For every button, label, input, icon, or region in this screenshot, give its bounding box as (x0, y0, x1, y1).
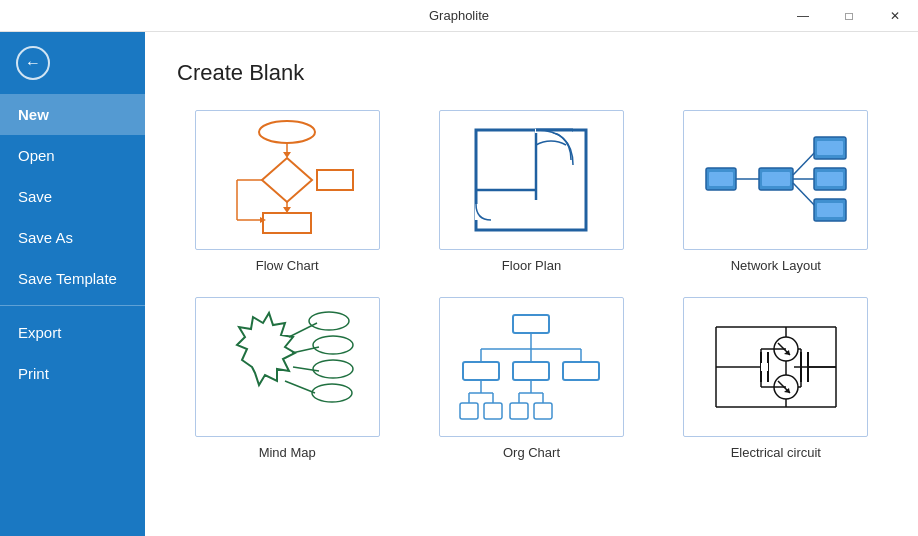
sidebar: ← New Open Save Save As Save Template Ex… (0, 32, 145, 536)
svg-rect-12 (476, 130, 586, 230)
svg-point-0 (259, 121, 315, 143)
svg-rect-50 (513, 362, 549, 380)
diagram-label-flow-chart: Flow Chart (256, 258, 319, 273)
svg-rect-24 (762, 172, 790, 186)
sidebar-item-export[interactable]: Export (0, 312, 145, 353)
svg-marker-3 (262, 158, 312, 202)
diagram-card-electrical-circuit[interactable]: Electrical circuit (666, 297, 886, 460)
diagram-preview-network-layout[interactable] (683, 110, 868, 250)
sidebar-item-save-as[interactable]: Save As (0, 217, 145, 258)
window-controls: — □ ✕ (780, 0, 918, 32)
svg-point-42 (312, 384, 352, 402)
diagram-card-org-chart[interactable]: Org Chart (421, 297, 641, 460)
sidebar-item-save-template[interactable]: Save Template (0, 258, 145, 299)
svg-rect-21 (709, 172, 733, 186)
diagram-preview-mind-map[interactable] (195, 297, 380, 437)
svg-line-39 (293, 367, 319, 371)
svg-rect-43 (513, 315, 549, 333)
svg-rect-11 (317, 170, 353, 190)
page-title: Create Blank (177, 60, 886, 86)
sidebar-item-open[interactable]: Open (0, 135, 145, 176)
svg-rect-29 (817, 141, 843, 155)
sidebar-divider (0, 305, 145, 306)
svg-rect-57 (484, 403, 502, 419)
window-title: Grapholite (138, 8, 780, 23)
svg-rect-63 (534, 403, 552, 419)
maximize-button[interactable]: □ (826, 0, 872, 32)
diagram-card-network-layout[interactable]: Network Layout (666, 110, 886, 273)
svg-rect-33 (817, 203, 843, 217)
svg-marker-34 (237, 313, 295, 385)
svg-point-36 (309, 312, 349, 330)
back-button[interactable]: ← (16, 46, 50, 80)
sidebar-back: ← (0, 32, 145, 94)
sidebar-item-new[interactable]: New (0, 94, 145, 135)
diagram-label-floor-plan: Floor Plan (502, 258, 561, 273)
svg-rect-51 (563, 362, 599, 380)
main-layout: ← New Open Save Save As Save Template Ex… (0, 32, 918, 536)
content-area: Create Blank (145, 32, 918, 536)
diagram-grid: Flow Chart (177, 110, 886, 460)
svg-rect-10 (263, 213, 311, 233)
diagram-preview-flow-chart[interactable] (195, 110, 380, 250)
diagram-label-org-chart: Org Chart (503, 445, 560, 460)
diagram-card-flow-chart[interactable]: Flow Chart (177, 110, 397, 273)
diagram-card-mind-map[interactable]: Mind Map (177, 297, 397, 460)
svg-rect-56 (460, 403, 478, 419)
diagram-label-mind-map: Mind Map (259, 445, 316, 460)
svg-rect-49 (463, 362, 499, 380)
diagram-preview-floor-plan[interactable] (439, 110, 624, 250)
close-button[interactable]: ✕ (872, 0, 918, 32)
svg-point-40 (313, 360, 353, 378)
diagram-label-network-layout: Network Layout (731, 258, 821, 273)
diagram-card-floor-plan[interactable]: Floor Plan (421, 110, 641, 273)
svg-point-38 (313, 336, 353, 354)
diagram-preview-org-chart[interactable] (439, 297, 624, 437)
diagram-label-electrical-circuit: Electrical circuit (731, 445, 821, 460)
minimize-button[interactable]: — (780, 0, 826, 32)
sidebar-item-print[interactable]: Print (0, 353, 145, 394)
svg-rect-62 (510, 403, 528, 419)
diagram-preview-electrical-circuit[interactable] (683, 297, 868, 437)
svg-line-35 (289, 323, 317, 337)
title-bar: Grapholite — □ ✕ (0, 0, 918, 32)
svg-line-41 (285, 381, 315, 393)
sidebar-item-save[interactable]: Save (0, 176, 145, 217)
svg-rect-31 (817, 172, 843, 186)
